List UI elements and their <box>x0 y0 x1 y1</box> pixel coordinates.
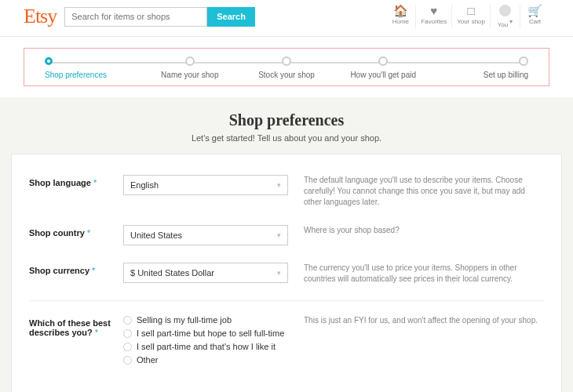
row-currency: Shop currency * $ United States Dollar ▾… <box>29 263 544 285</box>
avatar-icon <box>495 5 515 16</box>
row-describes: Which of these best describes you? * Sel… <box>29 300 544 368</box>
onboarding-stepper-wrap: Shop preferences Name your shop Stock yo… <box>0 37 573 97</box>
nav-your-shop[interactable]: □ Your shop <box>451 5 490 28</box>
heart-icon: ♥ <box>421 5 447 16</box>
nav-you[interactable]: You ▾ <box>490 5 520 28</box>
step-label-4: Set up billing <box>432 71 528 79</box>
nav-favorites[interactable]: ♥ Favorites <box>415 5 451 28</box>
nav-your-shop-label: Your shop <box>457 18 485 25</box>
nav-home[interactable]: 🏠 Home <box>385 5 415 28</box>
select-language[interactable]: English ▾ <box>123 175 288 195</box>
content-area: Shop preferences Let's get started! Tell… <box>0 97 573 392</box>
step-stock-your-shop[interactable] <box>238 56 334 66</box>
nav-you-label: You ▾ <box>495 18 515 28</box>
nav-cart[interactable]: 🛒 Cart <box>520 5 549 28</box>
select-currency-value: $ United States Dollar <box>130 268 214 278</box>
step-label-0: Shop preferences <box>45 71 141 79</box>
chevron-down-icon: ▾ <box>277 269 281 277</box>
home-icon: 🏠 <box>390 5 411 16</box>
top-header: Etsy Search 🏠 Home ♥ Favorites □ Your sh… <box>0 0 573 37</box>
step-set-up-billing[interactable] <box>432 56 528 66</box>
label-language: Shop language * <box>29 175 123 208</box>
onboarding-stepper: Shop preferences Name your shop Stock yo… <box>24 48 549 86</box>
shop-icon: □ <box>457 5 485 16</box>
step-label-3: How you'll get paid <box>335 71 432 79</box>
nav-cart-label: Cart <box>525 18 545 25</box>
row-language: Shop language * English ▾ The default la… <box>29 175 544 208</box>
search-wrap: Search <box>64 7 255 27</box>
step-label-2: Stock your shop <box>238 71 334 79</box>
chevron-down-icon: ▾ <box>277 231 281 239</box>
select-language-value: English <box>130 180 159 190</box>
page-title: Shop preferences <box>11 111 562 129</box>
help-currency: The currency you'll use to price your it… <box>304 263 544 285</box>
page-subtitle: Let's get started! Tell us about you and… <box>11 133 562 143</box>
label-describes: Which of these best describes you? * <box>29 315 123 368</box>
select-country-value: United States <box>130 230 182 240</box>
label-country: Shop country * <box>29 225 123 245</box>
preferences-panel: Shop language * English ▾ The default la… <box>11 154 562 392</box>
radio-icon <box>123 343 132 351</box>
nav-home-label: Home <box>390 18 411 25</box>
step-name-your-shop[interactable] <box>141 56 238 66</box>
help-country: Where is your shop based? <box>304 225 544 245</box>
step-how-youll-get-paid[interactable] <box>335 56 432 66</box>
radio-icon <box>123 356 132 365</box>
select-country[interactable]: United States ▾ <box>123 225 288 245</box>
nav-favorites-label: Favorites <box>421 18 447 25</box>
radio-option-0[interactable]: Selling is my full-time job <box>123 315 288 325</box>
step-label-1: Name your shop <box>141 71 238 79</box>
cart-icon: 🛒 <box>525 5 545 16</box>
step-shop-preferences[interactable] <box>45 57 141 65</box>
header-nav: 🏠 Home ♥ Favorites □ Your shop You ▾ 🛒 C… <box>385 5 549 28</box>
radio-list-describes: Selling is my full-time job I sell part-… <box>123 315 288 365</box>
help-describes: This is just an FYI for us, and won't af… <box>304 315 544 368</box>
radio-option-3[interactable]: Other <box>123 355 288 365</box>
search-button[interactable]: Search <box>207 7 255 27</box>
chevron-down-icon: ▾ <box>509 18 513 25</box>
radio-icon <box>123 329 132 338</box>
search-input[interactable] <box>64 7 207 27</box>
radio-option-2[interactable]: I sell part-time and that's how I like i… <box>123 342 288 351</box>
etsy-logo[interactable]: Etsy <box>24 5 57 28</box>
radio-icon <box>123 316 132 325</box>
select-currency[interactable]: $ United States Dollar ▾ <box>123 263 288 283</box>
help-language: The default language you'll use to descr… <box>304 175 544 208</box>
label-currency: Shop currency * <box>29 263 123 285</box>
row-country: Shop country * United States ▾ Where is … <box>29 225 544 245</box>
chevron-down-icon: ▾ <box>277 181 281 189</box>
radio-option-1[interactable]: I sell part-time but hope to sell full-t… <box>123 328 288 338</box>
